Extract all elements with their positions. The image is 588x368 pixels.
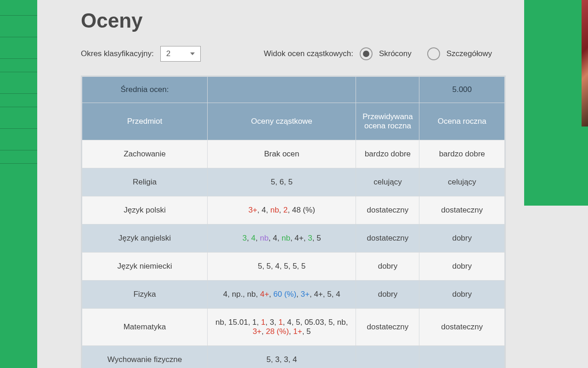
table-row: Fizyka4, np., nb, 4+, 60 (%), 3+, 4+, 5,…: [82, 281, 505, 309]
table-row: Język polski3+, 4, nb, 2, 48 (%)dostatec…: [82, 196, 505, 224]
predicted-cell: dostateczny: [356, 196, 419, 224]
grade-value: 1: [252, 318, 256, 327]
radio-detailed-label: Szczegółowy: [447, 49, 492, 58]
grade-value: 4: [293, 355, 297, 364]
grade-value: 1: [278, 318, 283, 327]
background-photo: [582, 0, 588, 126]
grade-value: 05.03: [305, 318, 324, 327]
grade-value: 15.01: [228, 318, 248, 327]
table-row: Język angielski3, 4, nb, 4, nb, 4+, 3, 5…: [82, 224, 505, 253]
predicted-cell: dostateczny: [356, 309, 419, 346]
subject-cell: Zachowanie: [82, 140, 208, 168]
grade-value: 4+: [260, 290, 269, 299]
subject-cell: Religia: [82, 168, 208, 196]
grade-value: nb: [282, 234, 290, 242]
grade-value: 5: [271, 178, 275, 186]
average-row: Średnia ocen: 5.000: [82, 76, 505, 103]
col-partial: Oceny cząstkowe: [207, 103, 356, 140]
subject-cell: Matematyka: [82, 309, 208, 346]
annual-cell: bardzo dobre: [419, 140, 505, 168]
grade-value: 5: [296, 318, 300, 327]
grade-value: 3: [284, 355, 288, 364]
header-row: Przedmiot Oceny cząstkowe Przewidywana o…: [82, 103, 505, 140]
predicted-cell: bardzo dobre: [356, 140, 419, 168]
grade-value: np.: [232, 290, 243, 299]
grade-value: 4: [275, 262, 279, 270]
radio-short[interactable]: [360, 47, 373, 60]
grades-cell: 5, 5, 4, 5, 5, 5: [207, 253, 356, 281]
grade-value: 1: [261, 318, 265, 327]
predicted-cell: [356, 346, 419, 368]
grade-value: 6: [279, 178, 283, 186]
grade-value: 5: [327, 290, 331, 299]
page-title: Oceny: [81, 9, 501, 32]
grades-cell: 5, 6, 5: [207, 168, 356, 196]
grades-cell: 3, 4, nb, 4, nb, 4+, 3, 5: [207, 224, 356, 253]
main-panel: Oceny Okres klasyfikacyjny: 2 Widok ocen…: [37, 0, 524, 368]
annual-cell: celujący: [419, 168, 505, 196]
period-select-value: 2: [166, 49, 170, 58]
grade-value: 5: [288, 178, 292, 186]
grade-value: 4: [251, 234, 255, 242]
grade-value: 3+: [253, 327, 261, 336]
grade-value: 3+: [249, 206, 257, 214]
annual-cell: dobry: [419, 281, 505, 309]
grade-value: nb: [215, 318, 224, 327]
grade-value: 3: [308, 234, 312, 242]
period-label: Okres klasyfikacyjny:: [81, 49, 154, 58]
grades-table: Średnia ocen: 5.000 Przedmiot Oceny cząs…: [81, 75, 506, 368]
col-subject: Przedmiot: [82, 103, 208, 140]
grade-value: nb: [260, 234, 269, 242]
grade-value: 3: [270, 318, 274, 327]
subject-cell: Język polski: [82, 196, 208, 224]
table-row: ZachowanieBrak ocenbardzo dobrebardzo do…: [82, 140, 505, 168]
subject-cell: Fizyka: [82, 281, 208, 309]
grade-value: 1+: [293, 327, 302, 336]
view-label: Widok ocen cząstkowych:: [264, 49, 353, 58]
grade-value: 5: [293, 262, 297, 270]
grades-cell: 4, np., nb, 4+, 60 (%), 3+, 4+, 5, 4: [207, 281, 356, 309]
col-predicted: Przewidywana ocena roczna: [356, 103, 419, 140]
table-row: Matematykanb, 15.01, 1, 1, 3, 1, 4, 5, 0…: [82, 309, 505, 346]
table-row: Język niemiecki5, 5, 4, 5, 5, 5dobrydobr…: [82, 253, 505, 281]
grade-value: 4+: [294, 234, 303, 242]
grade-value: 28 (%): [266, 327, 289, 336]
grade-value: 4+: [314, 290, 322, 299]
grade-value: nb: [270, 206, 279, 214]
average-label: Średnia ocen:: [82, 76, 208, 103]
period-select[interactable]: 2: [160, 46, 201, 62]
col-annual: Ocena roczna: [419, 103, 505, 140]
grade-value: 5: [306, 327, 311, 336]
annual-cell: dobry: [419, 224, 505, 253]
grades-cell: 5, 3, 3, 4: [207, 346, 356, 368]
grade-value: 5: [266, 355, 271, 364]
grade-value: 4: [336, 290, 340, 299]
grade-value: 3: [275, 355, 279, 364]
grade-value: 5: [258, 262, 262, 270]
grade-value: 60 (%): [273, 290, 296, 299]
grade-value: 5: [328, 318, 333, 327]
subject-cell: Język niemiecki: [82, 253, 208, 281]
grades-cell: nb, 15.01, 1, 1, 3, 1, 4, 5, 05.03, 5, n…: [207, 309, 356, 346]
predicted-cell: dobry: [356, 253, 419, 281]
annual-cell: dostateczny: [419, 196, 505, 224]
grade-value: 4: [287, 318, 291, 327]
grade-value: 3+: [301, 290, 310, 299]
grade-value: 2: [283, 206, 288, 214]
grades-cell: 3+, 4, nb, 2, 48 (%): [207, 196, 356, 224]
grade-value: nb: [337, 318, 346, 327]
chevron-down-icon: [190, 52, 195, 55]
grade-value: 4: [262, 206, 266, 214]
grade-value: 5: [317, 234, 321, 242]
grade-value: 5: [301, 262, 305, 270]
subject-cell: Język angielski: [82, 224, 208, 253]
annual-cell: dobry: [419, 253, 505, 281]
grade-value: 5: [284, 262, 288, 270]
predicted-cell: dobry: [356, 281, 419, 309]
grade-value: Brak ocen: [264, 150, 300, 158]
grade-value: nb: [247, 290, 256, 299]
annual-cell: [419, 346, 505, 368]
grades-cell: Brak ocen: [207, 140, 356, 168]
radio-detailed[interactable]: [427, 47, 440, 60]
subject-cell: Wychowanie fizyczne: [82, 346, 208, 368]
